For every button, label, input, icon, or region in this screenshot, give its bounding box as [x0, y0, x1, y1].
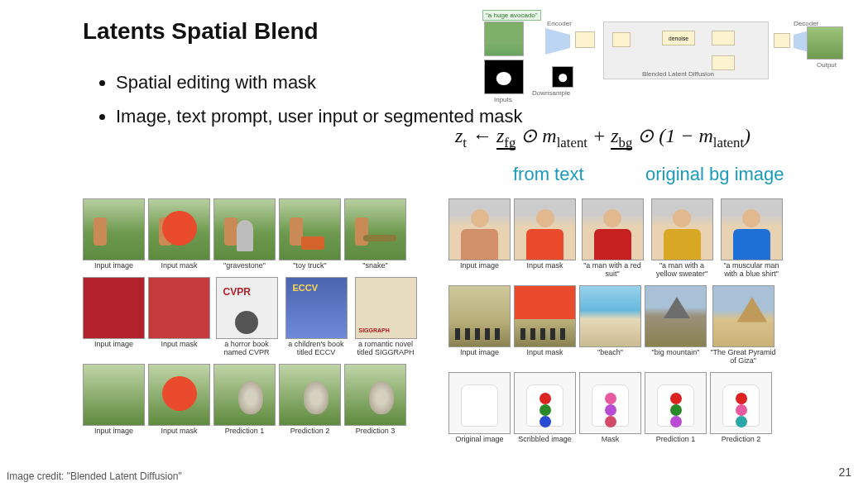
example-tile — [213, 364, 276, 426]
caption: Mask — [602, 436, 620, 444]
gallery-left-column: Input imageInput mask"gravestone""toy tr… — [83, 198, 419, 443]
gallery-cell: "The Great Pyramid of Giza" — [710, 285, 776, 365]
gallery-row: Input imageInput maska horror book named… — [83, 277, 419, 357]
gallery-cell: "a man with a yellow sweater" — [649, 198, 715, 279]
eq-label-from-text: from text — [513, 164, 584, 185]
caption: Input image — [94, 341, 133, 349]
gallery-cell: a romantic novel titled SIGGRAPH — [352, 277, 419, 357]
gallery-cell: Original image — [448, 372, 511, 444]
gallery-cell: a horror book named CVPR — [213, 277, 280, 357]
z-fg-block — [712, 31, 735, 45]
gallery-row: Input imageInput mask"a man with a red s… — [448, 198, 784, 279]
example-tile — [83, 277, 145, 339]
example-tile — [712, 285, 774, 347]
caption: "a muscular man with a blue shirt" — [718, 262, 784, 279]
example-tile — [344, 198, 406, 260]
gallery-cell: "beach" — [579, 285, 641, 365]
input-image-thumb — [484, 21, 524, 56]
image-credit: Image credit: "Blended Latent Diffusion" — [7, 470, 182, 482]
example-tile — [514, 285, 576, 347]
gallery-cell: Input mask — [514, 198, 576, 279]
caption: a romantic novel titled SIGGRAPH — [352, 341, 419, 357]
caption: Input mask — [526, 349, 563, 357]
gallery-cell: Prediction 1 — [645, 372, 707, 444]
example-tile — [645, 285, 707, 347]
example-tile — [514, 198, 576, 260]
gallery-cell: "a man with a red suit" — [579, 198, 645, 279]
gallery-cell: Input image — [83, 277, 145, 357]
encoder-label: Encoder — [547, 20, 572, 27]
gallery-cell: Prediction 2 — [710, 372, 772, 444]
gallery-cell: Input image — [448, 285, 511, 365]
caption: Prediction 2 — [290, 427, 330, 436]
slide-title: Latents Spatial Blend — [83, 18, 319, 45]
caption: a children's book titled ECCV — [283, 341, 349, 357]
caption: "gravestone" — [223, 262, 266, 270]
example-tile — [83, 364, 145, 426]
output-label: Output — [817, 61, 837, 69]
gallery-cell: Mask — [579, 372, 641, 444]
example-tile — [651, 198, 713, 260]
gallery-cell: Scribbled image — [514, 372, 576, 444]
z-bg-block — [712, 55, 735, 70]
example-tile — [279, 364, 341, 426]
gallery-right-column: Input imageInput mask"a man with a red s… — [448, 198, 784, 443]
gallery-row: Input imageInput mask"beach""big mountai… — [448, 285, 784, 365]
gallery-cell: Input mask — [148, 198, 210, 270]
inputs-label: Inputs — [494, 96, 512, 103]
caption: "big mountain" — [652, 349, 700, 357]
gallery-cell: Input mask — [148, 364, 210, 436]
example-tile — [148, 364, 210, 426]
gallery-cell: "gravestone" — [213, 198, 276, 270]
bullet-item: Spatial editing with mask — [116, 68, 523, 97]
example-tile — [448, 198, 511, 260]
gallery-cell: Input image — [83, 198, 145, 270]
gallery-cell: Prediction 3 — [344, 364, 406, 436]
gallery-cell: Prediction 2 — [279, 364, 341, 436]
example-tile — [448, 285, 511, 347]
gallery-cell: a children's book titled ECCV — [283, 277, 349, 357]
caption: Input image — [460, 262, 499, 270]
caption: Input mask — [526, 262, 563, 270]
gallery-row: Input imageInput maskPrediction 1Predict… — [83, 364, 419, 436]
gallery-row: Input imageInput mask"gravestone""toy tr… — [83, 198, 419, 270]
blend-equation: zt ← zfg ⊙ mlatent + zbg ⊙ (1 − mlatent) — [455, 124, 751, 151]
z-init-block — [575, 31, 595, 48]
gallery-cell: Prediction 1 — [213, 364, 276, 436]
gallery-cell: "big mountain" — [645, 285, 707, 365]
output-image-thumb — [807, 26, 843, 60]
example-tile — [148, 198, 210, 260]
gallery-cell: "a muscular man with a blue shirt" — [718, 198, 784, 279]
gallery-cell: Input image — [448, 198, 511, 279]
caption: "The Great Pyramid of Giza" — [710, 349, 776, 365]
example-tile — [582, 198, 644, 260]
page-number: 21 — [838, 466, 851, 479]
gallery-cell: Input image — [83, 364, 145, 436]
example-tile — [721, 198, 783, 260]
example-tile — [285, 277, 348, 339]
example-gallery: Input imageInput mask"gravestone""toy tr… — [83, 198, 784, 443]
caption: "snake" — [362, 262, 387, 270]
example-tile — [279, 198, 341, 260]
bld-label: Blended Latent Diffusion — [642, 70, 714, 78]
example-tile — [645, 372, 707, 434]
example-tile — [710, 372, 772, 434]
denoise-block: denoise — [662, 31, 695, 45]
pipeline-diagram: "a huge avocado" Inputs Encoder Downsamp… — [479, 10, 843, 101]
example-tile — [514, 372, 576, 434]
example-tile — [579, 285, 641, 347]
downsample-label: Downsample — [532, 89, 570, 97]
caption: Input image — [460, 349, 499, 357]
caption: Scribbled image — [518, 436, 572, 444]
caption: Prediction 2 — [722, 436, 761, 444]
example-tile — [355, 277, 417, 339]
example-tile — [579, 372, 641, 434]
gallery-row: Original imageScribbled imageMaskPredict… — [448, 372, 784, 444]
gallery-cell: Input mask — [148, 277, 210, 357]
caption: Input image — [94, 427, 133, 436]
caption: Prediction 1 — [225, 427, 265, 436]
example-tile — [213, 198, 276, 260]
example-tile — [148, 277, 210, 339]
caption: "a man with a yellow sweater" — [649, 262, 715, 279]
bld-panel: denoise Blended Latent Diffusion — [603, 21, 769, 79]
